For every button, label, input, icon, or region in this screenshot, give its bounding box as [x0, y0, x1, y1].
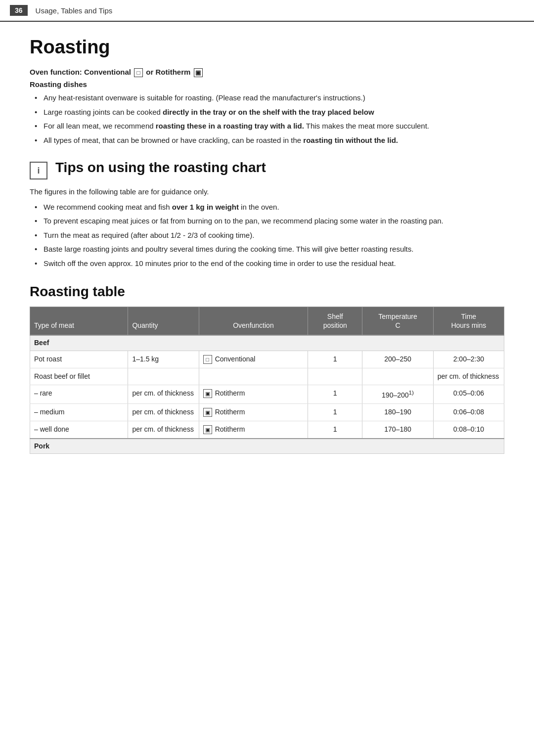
fn-roast-beef [199, 368, 308, 385]
fn-rare: ▣ Rotitherm [199, 385, 308, 404]
shelf-pot-roast: 1 [308, 351, 362, 368]
qty-pot-roast: 1–1.5 kg [128, 351, 199, 368]
rotitherm-icon: ▣ [194, 68, 203, 77]
temp-pot-roast: 200–250 [362, 351, 433, 368]
type-pot-roast: Pot roast [30, 351, 128, 368]
type-medium: – medium [30, 404, 128, 421]
tip-1: We recommend cooking meat and fish over … [35, 202, 504, 213]
page-number-box: 36 [10, 5, 28, 16]
row-well-done: – well done per cm. of thickness ▣ Rotit… [30, 421, 504, 439]
time-well-done: 0:08–0:10 [433, 421, 504, 439]
row-rare: – rare per cm. of thickness ▣ Rotitherm … [30, 385, 504, 404]
temp-well-done: 170–180 [362, 421, 433, 439]
conventional-icon: □ [134, 68, 143, 77]
col-header-time: TimeHours mins [433, 307, 504, 336]
shelf-rare: 1 [308, 385, 362, 404]
shelf-medium: 1 [308, 404, 362, 421]
qty-well-done: per cm. of thickness [128, 421, 199, 439]
row-roast-beef-header: Roast beef or fillet per cm. of thicknes… [30, 368, 504, 385]
time-roast-beef: per cm. of thickness [433, 368, 504, 385]
roasting-dishes-list: Any heat-resistant ovenware is suitable … [30, 92, 504, 146]
time-medium: 0:06–0:08 [433, 404, 504, 421]
row-medium: – medium per cm. of thickness ▣ Rotither… [30, 404, 504, 421]
roasting-dishes-heading: Roasting dishes [30, 80, 504, 89]
temp-rare: 190–2001) [362, 385, 433, 404]
category-pork: Pork [30, 439, 504, 454]
col-header-ovenfunction: Ovenfunction [199, 307, 308, 336]
qty-medium: per cm. of thickness [128, 404, 199, 421]
type-well-done: – well done [30, 421, 128, 439]
category-beef: Beef [30, 335, 504, 351]
fn-medium: ▣ Rotitherm [199, 404, 308, 421]
info-icon-box: i [30, 162, 47, 179]
col-header-type: Type of meat [30, 307, 128, 336]
section-title: Roasting [30, 37, 504, 58]
roasting-dish-bullet-2: Large roasting joints can be cooked dire… [35, 107, 504, 118]
type-rare: – rare [30, 385, 128, 404]
roasting-dish-bullet-3: For all lean meat, we recommend roasting… [35, 121, 504, 132]
fn-well-done: ▣ Rotitherm [199, 421, 308, 439]
tip-2: To prevent escaping meat juices or fat f… [35, 216, 504, 227]
type-roast-beef: Roast beef or fillet [30, 368, 128, 385]
temp-roast-beef [362, 368, 433, 385]
time-rare: 0:05–0:06 [433, 385, 504, 404]
tip-5: Switch off the oven approx. 10 minutes p… [35, 258, 504, 269]
page-header: 36 Usage, Tables and Tips [0, 0, 534, 22]
tip-4: Baste large roasting joints and poultry … [35, 244, 504, 255]
qty-rare: per cm. of thickness [128, 385, 199, 404]
conventional-icon-small: □ [203, 355, 212, 364]
qty-roast-beef [128, 368, 199, 385]
time-pot-roast: 2:00–2:30 [433, 351, 504, 368]
table-title: Roasting table [30, 284, 504, 300]
page-header-title: Usage, Tables and Tips [36, 6, 113, 15]
rotitherm-icon-well-done: ▣ [203, 425, 212, 434]
roasting-dish-bullet-1: Any heat-resistant ovenware is suitable … [35, 92, 504, 104]
temp-medium: 180–190 [362, 404, 433, 421]
tips-intro: The figures in the following table are f… [30, 186, 504, 198]
shelf-well-done: 1 [308, 421, 362, 439]
oven-function-line: Oven function: Conventional □ or Rotithe… [30, 68, 504, 77]
col-header-quantity: Quantity [128, 307, 199, 336]
tip-3: Turn the meat as required (after about 1… [35, 230, 504, 241]
roasting-table: Type of meat Quantity Ovenfunction Shelf… [30, 307, 504, 454]
fn-pot-roast: □ Conventional [199, 351, 308, 368]
rotitherm-icon-medium: ▣ [203, 408, 212, 417]
rotitherm-icon-rare: ▣ [203, 389, 212, 398]
shelf-roast-beef [308, 368, 362, 385]
tips-list: We recommend cooking meat and fish over … [30, 202, 504, 269]
tips-title: Tips on using the roasting chart [55, 160, 266, 176]
row-pot-roast: Pot roast 1–1.5 kg □ Conventional 1 200–… [30, 351, 504, 368]
col-header-temperature: Tempera­tureC [362, 307, 433, 336]
col-header-shelf: Shelfposition [308, 307, 362, 336]
roasting-dish-bullet-4: All types of meat, that can be browned o… [35, 135, 504, 146]
